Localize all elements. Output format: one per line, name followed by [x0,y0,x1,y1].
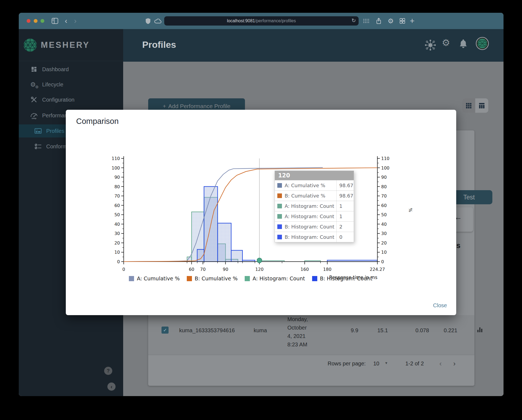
brand-row[interactable]: MESHERY [19,29,123,61]
svg-text:80: 80 [114,184,120,189]
svg-text:50: 50 [381,212,387,217]
svg-text:60: 60 [381,203,387,208]
svg-text:10: 10 [114,250,120,255]
grid-view-button[interactable] [462,98,475,113]
svg-text:70: 70 [114,193,120,199]
caret-down-icon[interactable]: ▾ [385,361,387,365]
svg-text:0: 0 [122,267,125,272]
sidebar-item-label: Lifecycle [42,82,63,88]
app-viewport: MESHERY Dashboard⚙⚙LifecycleConfiguratio… [19,29,504,396]
row-p99: 0.221 [444,327,457,334]
svg-text:20: 20 [381,240,387,246]
legend-swatch-icon [129,276,134,281]
profiles-icon [34,128,42,134]
sidebar-item-dashboard[interactable]: Dashboard [19,63,123,76]
legend-item[interactable]: B: Cumulative % [187,275,238,281]
extensions-grid-icon[interactable] [399,13,406,29]
sidebar-toggle-icon[interactable] [51,13,59,29]
browser-toolbar: ‹ › localhost:9081/performance/profiles … [19,13,504,29]
row-chart-icon[interactable] [477,327,483,334]
svg-text:100: 100 [111,165,120,171]
svg-text:%: % [408,208,413,212]
legend-swatch-icon [245,276,250,281]
svg-text:smp: smp [32,117,36,119]
svg-text:120: 120 [255,267,264,272]
tooltip-row: B: Cumulative %98.67 [275,190,354,201]
legend-item[interactable]: A: Histogram: Count [245,275,305,281]
cloud-icon[interactable] [154,13,162,29]
url-host: localhost:9081 [227,18,255,23]
settings-gear-icon[interactable]: ⚙ [387,13,394,29]
notifications-bell-icon[interactable] [459,39,467,50]
svg-text:40: 40 [381,222,387,227]
sidebar-item-label: Configuration [42,97,74,103]
avatar[interactable] [476,37,489,51]
new-tab-icon[interactable]: + [408,13,416,29]
rows-per-page-select[interactable]: 10 [373,361,379,367]
table-view-button[interactable] [475,98,488,113]
svg-text:60: 60 [189,267,194,272]
performance-icon: smp [30,112,38,119]
sidebar-item-lifecycle[interactable]: ⚙⚙Lifecycle [19,78,123,91]
svg-text:70: 70 [381,193,387,199]
rows-per-page-label: Rows per page: [328,361,366,367]
svg-text:40: 40 [114,222,120,227]
reload-icon[interactable]: ↻ [352,17,356,24]
svg-text:110: 110 [381,156,390,161]
brand-name: MESHERY [41,40,90,50]
svg-text:90: 90 [381,175,387,180]
tooltip-row: B: Histogram: Count2 [275,221,354,232]
sidebar-item-label: Dashboard [42,66,69,73]
next-page-button[interactable]: › [453,359,456,368]
help-button[interactable]: ? [104,367,112,375]
table-row[interactable]: ✓ kuma_1633353794616 kuma Monday, Octobe… [148,315,474,355]
svg-text:30: 30 [114,231,120,236]
row-p50: 0.078 [415,327,429,334]
svg-text:160: 160 [300,267,309,272]
tab-overview-icon[interactable] [362,13,370,29]
minimize-window-button[interactable] [34,19,38,23]
configuration-icon [30,96,38,103]
tooltip-row: A: Histogram: Count1 [275,201,354,211]
tooltip-swatch-icon [277,183,282,188]
row-qps: 9.9 [351,327,358,334]
close-button[interactable]: Close [433,302,447,309]
svg-text:70: 70 [200,267,206,272]
adapters-hub-icon[interactable] [424,39,436,52]
tooltip-swatch-icon [277,224,282,229]
legend-item[interactable]: B: Histogram: Count [312,275,372,281]
prev-page-button[interactable]: ‹ [439,359,442,368]
row-checkbox[interactable]: ✓ [161,327,169,334]
conformance-icon [34,143,42,149]
page-header: Profiles ⚙ [123,29,504,62]
legend-swatch-icon [187,276,192,281]
chart-legend: A: Cumulative %B: Cumulative %A: Histogr… [66,275,436,281]
forward-button[interactable]: › [72,13,79,29]
svg-text:10: 10 [381,250,387,255]
row-mesh: kuma [254,327,267,334]
zoom-window-button[interactable] [41,19,44,23]
svg-text:20: 20 [114,240,120,246]
sidebar-item-configuration[interactable]: Configuration [19,93,123,106]
svg-text:50: 50 [114,212,120,217]
svg-text:90: 90 [114,175,120,180]
shield-icon[interactable] [144,13,151,29]
dashboard-icon [30,66,38,73]
tooltip-header: 120 [275,171,354,180]
url-path: /performance/profiles [255,18,296,23]
collapse-sidebar-button[interactable]: ‹ [107,383,116,391]
svg-text:90: 90 [223,267,228,272]
share-icon[interactable] [375,13,383,29]
tooltip-row: B: Histogram: Count0 [275,232,354,242]
settings-icon[interactable]: ⚙ [442,37,450,48]
svg-text:0: 0 [381,259,384,264]
url-bar[interactable]: localhost:9081/performance/profiles ↻ [164,16,359,26]
legend-item[interactable]: A: Cumulative % [129,275,180,281]
tooltip-swatch-icon [277,204,282,208]
close-window-button[interactable] [27,19,30,23]
tooltip-row: A: Histogram: Count1 [275,211,354,221]
back-button[interactable]: ‹ [62,13,70,29]
browser-window: ‹ › localhost:9081/performance/profiles … [19,13,504,396]
tooltip-swatch-icon [277,235,282,239]
tooltip-swatch-icon [277,193,282,198]
